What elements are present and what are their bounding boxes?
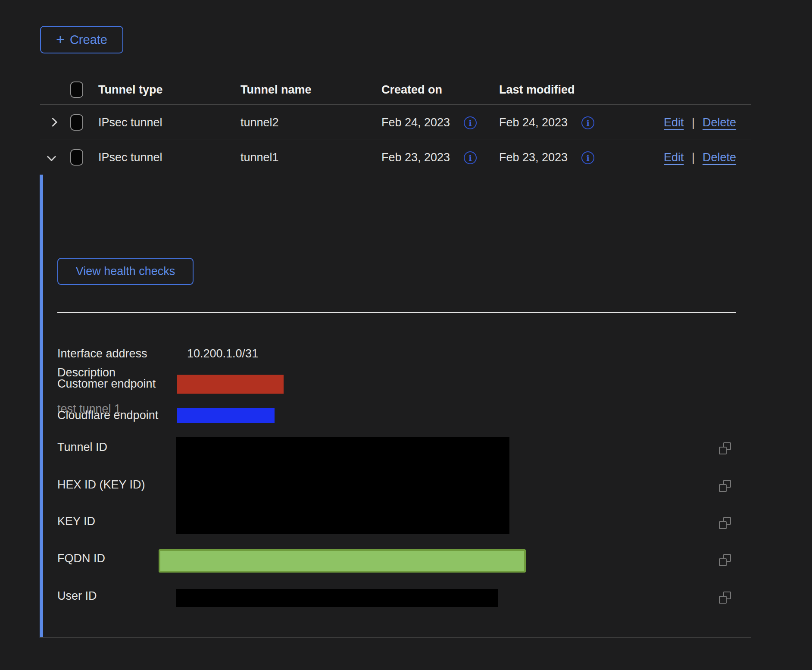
- row-checkbox[interactable]: [70, 149, 83, 166]
- ipsec-tunnels-page: + Create Tunnel type Tunnel name Created…: [0, 0, 812, 670]
- create-button[interactable]: + Create: [40, 26, 123, 53]
- collapse-row-button[interactable]: [44, 150, 59, 165]
- tunnel-detail-panel: Description test tunnel 1 View health ch…: [40, 175, 751, 638]
- info-icon[interactable]: i: [464, 116, 477, 129]
- copy-hex-id-icon[interactable]: [719, 480, 731, 492]
- tunnel-name-value: tunnel2: [240, 116, 279, 129]
- select-all-checkbox[interactable]: [70, 81, 83, 98]
- tunnel-id-label: Tunnel ID: [57, 441, 107, 454]
- chevron-down-icon: [47, 152, 56, 161]
- interface-address-label: Interface address: [57, 347, 147, 360]
- info-icon[interactable]: i: [464, 151, 477, 164]
- copy-fqdn-id-icon[interactable]: [719, 554, 731, 566]
- create-button-label: Create: [70, 33, 107, 47]
- table-row: IPsec tunnel tunnel2 Feb 24, 2023 i Feb …: [40, 105, 751, 140]
- cloudflare-endpoint-redacted-value: [177, 408, 275, 423]
- hex-id-label: HEX ID (KEY ID): [57, 478, 145, 492]
- fqdn-id-redacted-value: [159, 549, 526, 573]
- user-id-label: User ID: [57, 589, 97, 603]
- column-header-last-modified: Last modified: [499, 83, 575, 96]
- actions-separator: |: [692, 116, 695, 129]
- last-modified-value: Feb 24, 2023: [499, 116, 568, 129]
- copy-key-id-icon[interactable]: [719, 517, 731, 529]
- created-on-value: Feb 24, 2023: [381, 116, 450, 129]
- last-modified-value: Feb 23, 2023: [499, 151, 568, 164]
- plus-icon: +: [56, 32, 65, 47]
- tunnel-hex-key-id-redacted-values: [176, 437, 509, 534]
- chevron-right-icon: [48, 118, 57, 127]
- customer-endpoint-redacted-value: [177, 375, 284, 394]
- edit-link[interactable]: Edit: [664, 116, 684, 129]
- cloudflare-endpoint-label: Cloudflare endpoint: [57, 409, 158, 422]
- info-icon[interactable]: i: [581, 116, 594, 129]
- tunnel-type-value: IPsec tunnel: [98, 151, 162, 164]
- table-header: Tunnel type Tunnel name Created on Last …: [40, 75, 751, 105]
- info-icon[interactable]: i: [581, 151, 594, 164]
- column-header-tunnel-name: Tunnel name: [240, 83, 312, 96]
- column-header-created-on: Created on: [381, 83, 442, 96]
- actions-separator: |: [692, 151, 695, 164]
- delete-link[interactable]: Delete: [703, 151, 736, 164]
- key-id-label: KEY ID: [57, 515, 95, 528]
- copy-tunnel-id-icon[interactable]: [719, 442, 731, 454]
- user-id-redacted-value: [176, 589, 498, 607]
- row-checkbox[interactable]: [70, 114, 83, 131]
- table-row: IPsec tunnel tunnel1 Feb 23, 2023 i Feb …: [40, 140, 751, 175]
- view-health-checks-button[interactable]: View health checks: [57, 258, 194, 285]
- column-header-tunnel-type: Tunnel type: [98, 83, 163, 96]
- expand-row-button[interactable]: [44, 115, 59, 130]
- customer-endpoint-label: Customer endpoint: [57, 377, 156, 391]
- delete-link[interactable]: Delete: [703, 116, 736, 129]
- created-on-value: Feb 23, 2023: [381, 151, 450, 164]
- tunnel-name-value: tunnel1: [240, 151, 279, 164]
- copy-user-id-icon[interactable]: [719, 592, 731, 604]
- interface-address-value: 10.200.1.0/31: [187, 347, 258, 360]
- tunnel-type-value: IPsec tunnel: [98, 116, 162, 129]
- detail-divider: [57, 312, 736, 313]
- fqdn-id-label: FQDN ID: [57, 552, 105, 565]
- edit-link[interactable]: Edit: [664, 151, 684, 164]
